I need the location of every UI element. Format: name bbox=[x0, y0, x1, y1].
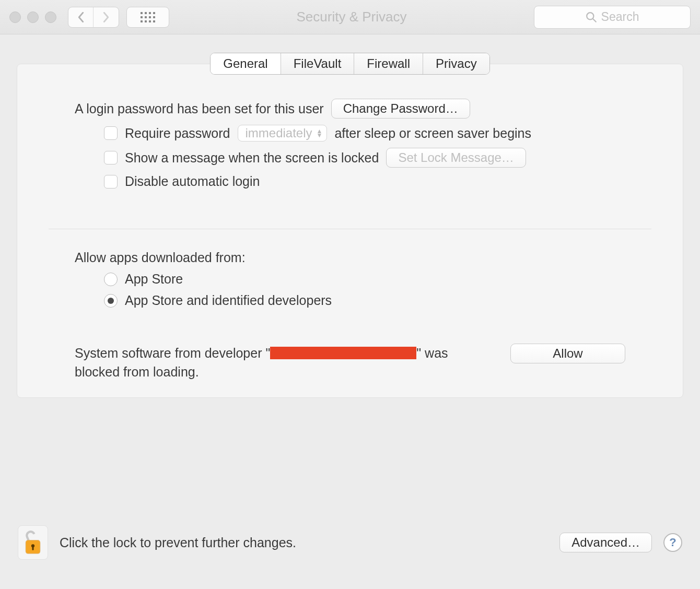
search-input[interactable]: Search bbox=[534, 6, 691, 29]
footer: Click the lock to prevent further change… bbox=[0, 516, 700, 589]
radio-app-store-label: App Store bbox=[125, 272, 183, 287]
help-icon: ? bbox=[669, 536, 676, 549]
change-password-button[interactable]: Change Password… bbox=[331, 99, 470, 119]
window-title: Security & Privacy bbox=[174, 9, 529, 25]
set-lock-message-button: Set Lock Message… bbox=[386, 148, 526, 168]
allow-apps-section: Allow apps downloaded from: App Store Ap… bbox=[17, 229, 683, 320]
forward-button[interactable] bbox=[94, 7, 119, 27]
disable-auto-login-checkbox[interactable] bbox=[104, 175, 118, 189]
login-password-section: A login password has been set for this u… bbox=[17, 75, 683, 213]
search-icon bbox=[586, 11, 597, 23]
require-password-delay-select[interactable]: immediately ▲▼ bbox=[238, 125, 328, 142]
allow-apps-heading: Allow apps downloaded from: bbox=[75, 250, 246, 265]
nav-group bbox=[68, 7, 119, 28]
tab-privacy[interactable]: Privacy bbox=[423, 53, 489, 74]
show-all-button[interactable] bbox=[126, 7, 169, 28]
allow-button[interactable]: Allow bbox=[510, 344, 625, 363]
back-button[interactable] bbox=[68, 7, 94, 27]
blocked-prefix: System software from developer " bbox=[75, 346, 270, 360]
require-password-label-after: after sleep or screen saver begins bbox=[334, 126, 531, 141]
svg-line-1 bbox=[593, 19, 596, 22]
zoom-window-button[interactable] bbox=[45, 11, 56, 23]
blocked-developer-text: System software from developer "" was bl… bbox=[75, 344, 451, 382]
login-password-text: A login password has been set for this u… bbox=[75, 101, 324, 116]
window-controls bbox=[9, 11, 56, 23]
lock-button[interactable] bbox=[18, 525, 48, 560]
svg-point-0 bbox=[587, 13, 593, 19]
titlebar: Security & Privacy Search bbox=[0, 0, 700, 34]
grid-icon bbox=[141, 12, 155, 22]
radio-identified-developers[interactable] bbox=[104, 294, 118, 308]
close-window-button[interactable] bbox=[9, 11, 21, 23]
require-password-delay-value: immediately bbox=[246, 126, 312, 140]
tab-firewall[interactable]: Firewall bbox=[354, 53, 423, 74]
redacted-developer-name bbox=[270, 347, 416, 359]
lock-hint-text: Click the lock to prevent further change… bbox=[60, 535, 548, 550]
chevron-left-icon bbox=[77, 12, 85, 22]
advanced-button[interactable]: Advanced… bbox=[559, 533, 652, 552]
tab-general[interactable]: General bbox=[211, 53, 281, 74]
minimize-window-button[interactable] bbox=[27, 11, 39, 23]
tab-bar: General FileVault Firewall Privacy bbox=[210, 53, 489, 75]
radio-app-store[interactable] bbox=[104, 273, 118, 286]
disable-auto-login-label: Disable automatic login bbox=[125, 174, 260, 189]
require-password-label-before: Require password bbox=[125, 126, 230, 141]
show-lock-message-checkbox[interactable] bbox=[104, 151, 118, 164]
tab-filevault[interactable]: FileVault bbox=[281, 53, 355, 74]
chevron-right-icon bbox=[102, 12, 110, 22]
help-button[interactable]: ? bbox=[663, 533, 682, 552]
radio-identified-developers-label: App Store and identified developers bbox=[125, 293, 332, 308]
stepper-icon: ▲▼ bbox=[317, 129, 323, 137]
search-placeholder: Search bbox=[601, 10, 639, 24]
blocked-developer-row: System software from developer "" was bl… bbox=[17, 344, 683, 382]
preferences-panel: General FileVault Firewall Privacy A log… bbox=[17, 64, 683, 398]
svg-rect-5 bbox=[32, 546, 33, 550]
require-password-checkbox[interactable] bbox=[104, 126, 118, 140]
show-lock-message-label: Show a message when the screen is locked bbox=[125, 150, 379, 166]
unlocked-padlock-icon bbox=[22, 528, 44, 557]
